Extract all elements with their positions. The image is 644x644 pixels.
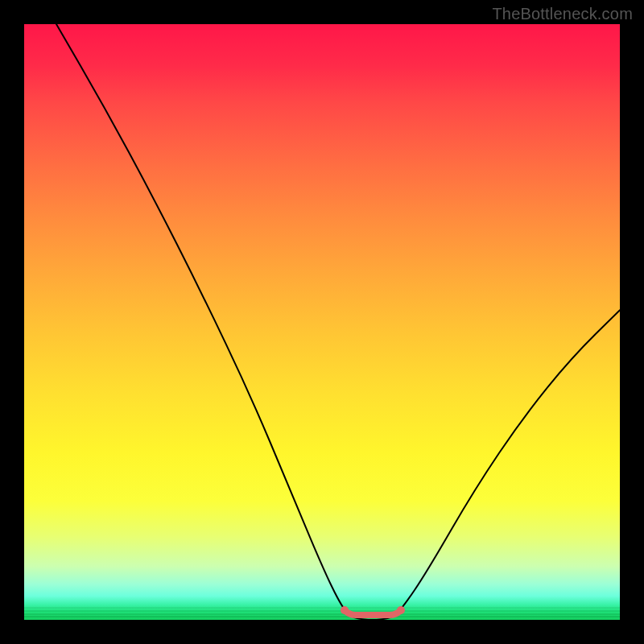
chart-frame: TheBottleneck.com: [0, 0, 644, 644]
trough-marker: [345, 610, 401, 615]
attribution-label: TheBottleneck.com: [492, 5, 633, 23]
bottleneck-curve: [56, 24, 620, 620]
trough-dot-left: [341, 606, 349, 614]
plot-area: [24, 24, 620, 620]
trough-dot-right: [397, 606, 405, 614]
curve-svg: [24, 24, 620, 620]
